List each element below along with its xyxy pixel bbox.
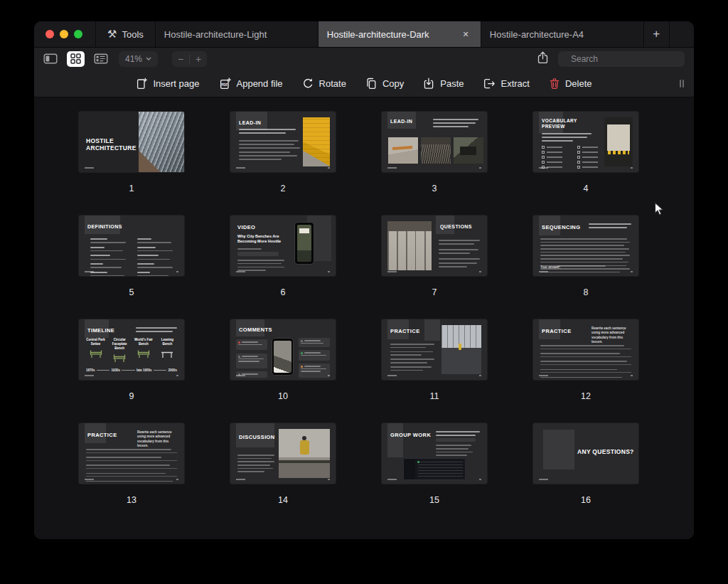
- zoom-window-button[interactable]: [74, 30, 82, 38]
- sidebar-toggle-icon[interactable]: [43, 53, 58, 65]
- page-cell-3: LEAD-IN 3: [382, 112, 487, 193]
- page-thumbnail-15[interactable]: GROUP WORK: [382, 423, 487, 484]
- zoom-in-button[interactable]: +: [190, 53, 207, 65]
- page-thumbnail-11[interactable]: PRACTICE: [382, 319, 487, 380]
- action-label: Copy: [382, 78, 404, 89]
- extract-icon: [483, 78, 496, 90]
- page-cell-14: DISCUSSION 14: [230, 423, 336, 505]
- slide-page-number: [328, 167, 330, 169]
- tab-hostile-architecture-dark[interactable]: Hostile-architecture-Dark ✕: [318, 21, 481, 47]
- page-cell-4: VOCABULARY PREVIEW: [533, 112, 638, 193]
- page-cell-11: PRACTICE 11: [382, 319, 487, 401]
- tab-label: Hostile-architecture-Light: [164, 29, 267, 40]
- slide-title: QUESTIONS: [440, 224, 472, 230]
- page-cell-8: SEQUENCING Your answer: 8: [533, 216, 638, 297]
- page-thumbnail-7[interactable]: QUESTIONS: [382, 216, 487, 276]
- close-tab-icon[interactable]: ✕: [460, 28, 472, 41]
- page-thumbnail-9[interactable]: TIMELINE Central Park Settee Circular Fa…: [79, 319, 184, 380]
- page-thumbnail-16[interactable]: ANY QUESTIONS?: [533, 423, 638, 484]
- search-field[interactable]: [558, 51, 685, 67]
- slide-footer: [85, 375, 94, 376]
- rotate-button[interactable]: Rotate: [302, 78, 346, 90]
- page-view-icon[interactable]: [94, 53, 108, 65]
- reddit-screenshot: [403, 458, 466, 480]
- page-cell-12: PRACTICE Rewrite each sentence using mor…: [533, 319, 638, 401]
- timeline-item-label: Leaning Bench: [156, 338, 178, 346]
- page-number: 11: [382, 391, 487, 401]
- spikes-photo: [604, 117, 633, 166]
- page-actions-toolbar: Insert page PDF Append file Rotate Copy …: [34, 70, 694, 97]
- tools-button[interactable]: ⚒ Tools: [95, 21, 156, 47]
- zoom-level-value: 41%: [125, 54, 142, 64]
- slide-title: PRACTICE: [542, 328, 572, 334]
- page-thumbnail-5[interactable]: DEFINITIONS: [79, 216, 184, 276]
- extract-button[interactable]: Extract: [483, 78, 529, 90]
- slide-footer: [85, 479, 94, 480]
- page-thumbnail-13[interactable]: PRACTICE Rewrite each sentence using mor…: [79, 423, 184, 484]
- delete-button[interactable]: Delete: [549, 78, 592, 90]
- person-figure: [300, 440, 309, 455]
- page-thumbnail-14[interactable]: DISCUSSION: [230, 423, 336, 484]
- append-file-button[interactable]: PDF Append file: [219, 78, 283, 90]
- slide-page-number: [631, 375, 633, 376]
- staircase-photo: [303, 117, 330, 166]
- comment-card: [299, 350, 330, 361]
- app-window: ⚒ Tools Hostile-architecture-Light Hosti…: [34, 21, 694, 539]
- accent-block: [543, 430, 574, 469]
- page-number: 1: [79, 184, 184, 193]
- page-thumbnail-10[interactable]: COMMENTS: [230, 319, 336, 380]
- zoom-out-button[interactable]: −: [172, 53, 189, 65]
- slide-title: HOSTILE ARCHITECTURE: [86, 137, 130, 152]
- comment-card: [299, 338, 330, 347]
- slide-title-panel: HOSTILE ARCHITECTURE: [79, 112, 139, 172]
- page-thumbnail-8[interactable]: SEQUENCING Your answer:: [533, 216, 638, 276]
- page-number: 12: [533, 391, 638, 401]
- append-file-icon: PDF: [219, 78, 232, 90]
- slide-footer: [236, 375, 245, 376]
- page-thumbnail-6[interactable]: VIDEO Why City Benches Are Becoming More…: [230, 216, 336, 276]
- page-cell-15: GROUP WORK 15: [382, 423, 487, 505]
- page-thumbnail-4[interactable]: VOCABULARY PREVIEW: [533, 112, 638, 172]
- toolbar-drag-handle[interactable]: [680, 80, 684, 87]
- slide-title: PRACTICE: [87, 432, 117, 438]
- leaning-bench-photo: [388, 137, 418, 164]
- page-number: 3: [382, 184, 487, 193]
- titlebar-spacer: [670, 21, 694, 47]
- tab-hostile-architecture-a4[interactable]: Hostile-architecture-A4: [481, 21, 644, 47]
- slide-footer: [85, 271, 94, 272]
- copy-button[interactable]: Copy: [365, 78, 404, 90]
- thumbnail-grid: HOSTILE ARCHITECTURE 1 LEAD-IN: [34, 97, 694, 505]
- page-number: 2: [230, 184, 336, 193]
- page-thumbnail-12[interactable]: PRACTICE Rewrite each sentence using mor…: [533, 319, 638, 380]
- tab-label: Hostile-architecture-Dark: [327, 29, 429, 40]
- page-thumbnail-2[interactable]: LEAD-IN: [230, 112, 336, 172]
- slide-title: ANY QUESTIONS?: [577, 448, 636, 455]
- zoom-level-dropdown[interactable]: 41%: [119, 51, 158, 67]
- text-skeleton: [136, 327, 178, 334]
- insert-page-button[interactable]: Insert page: [136, 78, 199, 90]
- close-window-button[interactable]: [46, 30, 54, 38]
- paste-icon: [423, 78, 435, 90]
- groupwork-text-skeleton: [436, 431, 481, 458]
- page-number: 13: [79, 495, 184, 505]
- insert-page-icon: [136, 78, 148, 90]
- page-thumbnail-1[interactable]: HOSTILE ARCHITECTURE: [79, 112, 184, 172]
- minimize-window-button[interactable]: [60, 30, 68, 38]
- delete-icon: [549, 78, 560, 90]
- title-bar: ⚒ Tools Hostile-architecture-Light Hosti…: [34, 21, 694, 48]
- search-input[interactable]: [571, 54, 681, 64]
- timeline-item-label: Circular Faceplate Bench: [109, 338, 131, 351]
- new-tab-button[interactable]: +: [644, 21, 670, 47]
- page-number: 6: [230, 287, 336, 297]
- slide-page-number: [479, 375, 481, 376]
- paste-button[interactable]: Paste: [423, 78, 464, 90]
- grid-view-button[interactable]: [67, 51, 85, 67]
- rotate-icon: [302, 78, 314, 90]
- share-icon[interactable]: [537, 51, 548, 67]
- timeline-item-label: Central Park Settee: [85, 338, 107, 346]
- rewrite-lines-skeleton: [540, 345, 631, 380]
- tab-hostile-architecture-light[interactable]: Hostile-architecture-Light: [156, 21, 318, 47]
- page-thumbnail-3[interactable]: LEAD-IN: [382, 112, 487, 172]
- bench-icon: [136, 349, 151, 359]
- accent-block: [424, 319, 440, 341]
